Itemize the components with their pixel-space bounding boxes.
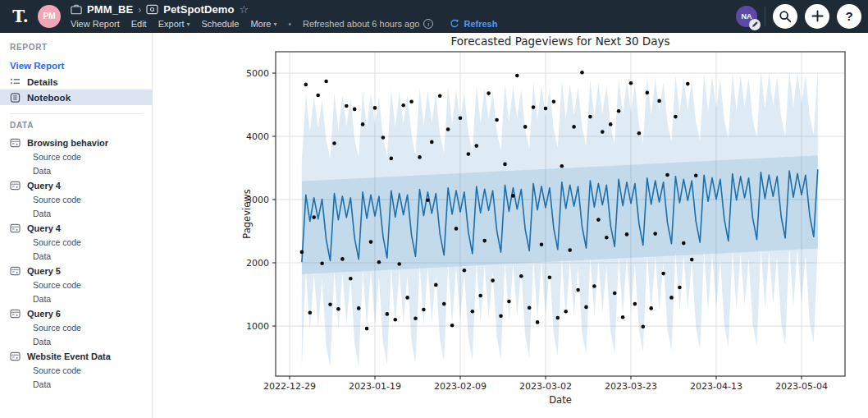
data-subitem-data[interactable]: Data <box>0 207 152 221</box>
notebook-output: 100020003000400050002022-12-292023-01-19… <box>153 33 868 418</box>
query-icon <box>10 309 21 319</box>
data-section-list: Browsing behaviorSource codeDataQuery 4S… <box>0 136 152 392</box>
details-list-icon <box>10 77 21 86</box>
data-subitem-data[interactable]: Data <box>0 250 152 264</box>
data-subitem-source-code[interactable]: Source code <box>0 321 152 335</box>
menu-item-edit[interactable]: Edit <box>131 19 147 29</box>
svg-text:1000: 1000 <box>246 321 269 332</box>
data-item-label: Browsing behavior <box>27 138 108 148</box>
sidebar-divider <box>10 113 142 114</box>
data-subitem-data[interactable]: Data <box>0 378 152 392</box>
notebook-icon <box>10 93 21 103</box>
menu-item-export[interactable]: Export▾ <box>158 19 190 29</box>
menu-item-schedule[interactable]: Schedule <box>202 19 240 29</box>
pencil-icon[interactable] <box>749 19 761 30</box>
data-subitem-source-code[interactable]: Source code <box>0 364 152 378</box>
menu-item-view-report[interactable]: View Report <box>71 19 120 29</box>
svg-text:2023-03-02: 2023-03-02 <box>519 381 572 392</box>
data-item-query-5[interactable]: Query 5 <box>0 264 152 278</box>
sidebar-item-label: Notebook <box>27 93 71 103</box>
topbar: T. PM PMM_BE › PetSpotDemo ☆ View Report… <box>0 0 868 33</box>
data-subitem-data[interactable]: Data <box>0 292 152 306</box>
report-section-label: REPORT <box>10 43 152 52</box>
search-icon <box>779 10 792 23</box>
report-icon <box>146 4 158 15</box>
svg-text:Pageviews: Pageviews <box>241 189 253 238</box>
svg-text:2023-04-13: 2023-04-13 <box>690 381 742 392</box>
svg-text:2000: 2000 <box>246 258 269 269</box>
refresh-button[interactable]: Refresh <box>450 19 497 29</box>
data-item-browsing-behavior[interactable]: Browsing behavior <box>0 136 152 150</box>
topbar-divider <box>765 7 765 26</box>
data-item-query-6[interactable]: Query 6 <box>0 306 152 321</box>
menu-item-more[interactable]: More▾ <box>250 19 276 29</box>
breadcrumb-report[interactable]: PetSpotDemo <box>163 3 234 16</box>
data-subitem-source-code[interactable]: Source code <box>0 236 152 250</box>
query-icon <box>10 266 21 276</box>
star-icon[interactable]: ☆ <box>240 4 249 15</box>
data-item-query-4[interactable]: Query 4 <box>0 178 152 193</box>
svg-text:2023-02-09: 2023-02-09 <box>434 381 487 392</box>
app-logo[interactable]: T. <box>7 7 34 26</box>
workspace-avatar[interactable]: PM <box>38 5 61 28</box>
help-button[interactable]: ? <box>837 4 861 29</box>
data-item-label: Query 4 <box>27 181 61 191</box>
svg-text:2023-03-23: 2023-03-23 <box>605 381 657 392</box>
query-icon <box>10 181 21 191</box>
svg-text:5000: 5000 <box>246 68 269 79</box>
sidebar-item-label: Details <box>27 77 58 87</box>
user-initials: NA <box>742 12 752 21</box>
forecast-chart: 100020003000400050002022-12-292023-01-19… <box>153 33 868 418</box>
data-item-label: Query 4 <box>27 223 61 233</box>
svg-text:2023-01-19: 2023-01-19 <box>349 381 401 392</box>
data-subitem-source-code[interactable]: Source code <box>0 150 152 164</box>
sidebar-item-notebook[interactable]: Notebook <box>0 90 152 105</box>
plus-icon <box>811 10 824 22</box>
add-button[interactable] <box>805 4 829 29</box>
data-item-website-event-data[interactable]: Website Event Data <box>0 349 152 364</box>
data-subitem-data[interactable]: Data <box>0 164 152 178</box>
svg-text:Date: Date <box>549 394 572 406</box>
search-button[interactable] <box>773 4 797 29</box>
data-subitem-source-code[interactable]: Source code <box>0 278 152 292</box>
svg-text:4000: 4000 <box>246 131 269 142</box>
report-menu: View ReportEditExport▾ScheduleMore▾•Refr… <box>71 18 497 30</box>
data-item-query-4[interactable]: Query 4 <box>0 221 152 236</box>
sidebar-item-details[interactable]: Details <box>0 74 152 90</box>
svg-text:2022-12-29: 2022-12-29 <box>263 381 316 392</box>
svg-text:Forecasted Pageviews for Next: Forecasted Pageviews for Next 30 Days <box>450 34 669 48</box>
topbar-right: NA ? <box>736 4 868 29</box>
data-item-label: Query 5 <box>27 266 61 276</box>
data-item-label: Query 6 <box>27 309 61 319</box>
data-item-label: Website Event Data <box>27 351 111 361</box>
breadcrumb-separator: › <box>138 4 141 16</box>
sidebar-view-report-link[interactable]: View Report <box>10 61 64 71</box>
user-avatar[interactable]: NA <box>736 6 757 27</box>
query-icon <box>10 223 21 233</box>
collection-icon <box>71 4 82 15</box>
svg-text:2023-05-04: 2023-05-04 <box>775 381 828 392</box>
chevron-down-icon: ▾ <box>186 21 190 28</box>
info-icon[interactable]: i <box>423 19 433 29</box>
refreshed-status: Refreshed about 6 hours agoi <box>303 19 434 29</box>
query-icon <box>10 138 21 148</box>
menu-separator-dot: • <box>288 20 291 29</box>
breadcrumb: PMM_BE › PetSpotDemo ☆ View ReportEditEx… <box>71 2 497 30</box>
data-subitem-source-code[interactable]: Source code <box>0 193 152 207</box>
sidebar: REPORT View Report Details Notebook DATA… <box>0 33 153 418</box>
query-icon <box>10 351 21 361</box>
data-section-label: DATA <box>10 121 152 130</box>
chevron-down-icon: ▾ <box>273 21 276 28</box>
data-subitem-data[interactable]: Data <box>0 335 152 349</box>
refresh-icon <box>450 19 459 29</box>
breadcrumb-collection[interactable]: PMM_BE <box>87 3 133 16</box>
